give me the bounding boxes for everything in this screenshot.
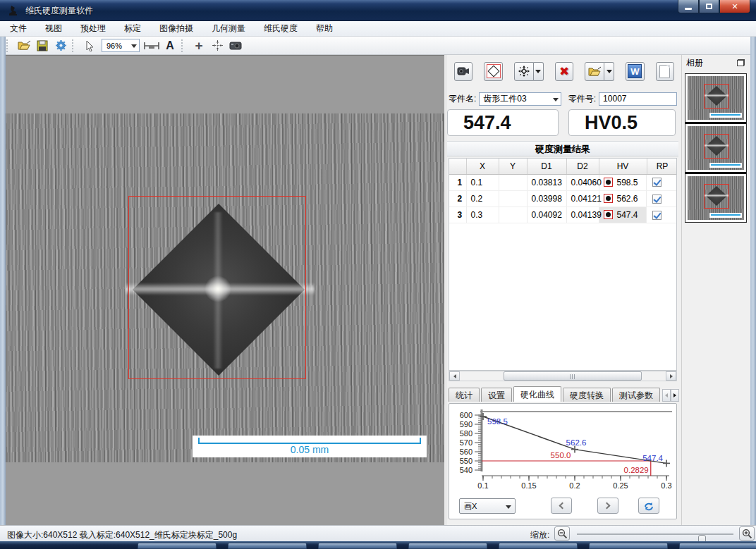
taskbar-button-6[interactable] <box>679 543 756 549</box>
tab-1[interactable]: 设置 <box>481 388 512 402</box>
menu-item-5[interactable]: 几何测量 <box>212 23 245 35</box>
table-cell[interactable] <box>499 191 527 207</box>
refresh-chart-button[interactable] <box>638 498 659 514</box>
scrollbar-track[interactable] <box>460 371 666 381</box>
maximize-button[interactable] <box>699 0 719 13</box>
rp-checkbox[interactable] <box>652 211 662 220</box>
delete-button[interactable]: ✖ <box>555 62 573 81</box>
measure-tool-button[interactable] <box>144 38 159 54</box>
open-file-button[interactable] <box>16 38 32 54</box>
table-cell[interactable]: 0.3 <box>466 207 499 223</box>
hv-cell[interactable]: 562.6 <box>599 191 647 207</box>
tab-3[interactable]: 硬度转换 <box>563 388 611 402</box>
menu-item-7[interactable]: 帮助 <box>316 23 333 35</box>
rp-cell[interactable] <box>647 174 677 191</box>
column-header[interactable]: Y <box>499 159 527 174</box>
table-cell[interactable]: 0.04121 <box>566 191 599 207</box>
taskbar-button-1[interactable] <box>228 543 307 549</box>
column-header[interactable]: RP <box>647 159 677 174</box>
table-cell[interactable]: 1 <box>449 174 466 191</box>
zoom-in-button[interactable] <box>739 526 755 541</box>
table-cell[interactable]: 2 <box>449 191 466 207</box>
table-cell[interactable]: 0.04092 <box>527 207 566 223</box>
image-canvas[interactable]: 0.05 mm <box>6 55 444 525</box>
crosshair-tool-button[interactable]: + <box>191 38 207 54</box>
next-point-button[interactable] <box>597 498 618 514</box>
tab-0[interactable]: 统计 <box>449 388 480 402</box>
taskbar-button-5[interactable] <box>589 543 668 549</box>
menu-item-1[interactable]: 视图 <box>45 23 62 35</box>
capture-button[interactable] <box>228 38 243 54</box>
titlebar[interactable]: 维氏硬度测量软件 ✕ <box>0 0 756 21</box>
scrollbar-thumb[interactable] <box>504 371 642 381</box>
tab-2[interactable]: 硬化曲线 <box>513 386 561 402</box>
album-thumbnail-0[interactable] <box>685 74 746 122</box>
table-cell[interactable]: 3 <box>449 207 466 223</box>
column-header[interactable]: X <box>466 159 499 174</box>
table-cell[interactable] <box>499 174 527 191</box>
hv-cell[interactable]: 598.5 <box>599 175 647 191</box>
center-tool-button[interactable] <box>209 38 225 54</box>
prev-point-button[interactable] <box>551 498 572 514</box>
album-thumbnail-1[interactable] <box>685 124 746 172</box>
table-cell[interactable]: 0.04139 <box>566 207 599 223</box>
detection-box[interactable] <box>128 196 306 379</box>
tab-scroll-left-button[interactable] <box>662 389 671 402</box>
zoom-out-button[interactable] <box>554 526 570 541</box>
part-name-select[interactable]: 齿形工件03 <box>479 92 561 106</box>
rp-checkbox[interactable] <box>652 195 662 204</box>
windows-taskbar[interactable] <box>0 541 756 549</box>
close-button[interactable]: ✕ <box>719 0 750 13</box>
minimize-button[interactable] <box>678 0 699 13</box>
table-horizontal-scrollbar[interactable] <box>449 371 677 381</box>
zoom-level-select[interactable]: 96% <box>102 39 140 52</box>
detect-indentation-button[interactable] <box>484 62 502 81</box>
hv-cell[interactable]: 547.4 <box>599 207 647 223</box>
rp-cell[interactable] <box>647 191 677 207</box>
live-video-button[interactable] <box>454 62 472 81</box>
album-thumbnail-2[interactable] <box>685 174 746 222</box>
column-header[interactable]: D2 <box>566 159 599 174</box>
save-button[interactable] <box>35 38 50 54</box>
table-cell[interactable]: 0.03813 <box>527 174 566 191</box>
export-word-button[interactable]: W <box>626 62 644 81</box>
menu-item-6[interactable]: 维氏硬度 <box>264 23 298 35</box>
rp-checkbox[interactable] <box>652 178 662 187</box>
microscope-image[interactable]: 0.05 mm <box>6 113 444 462</box>
results-table[interactable]: XYD1D2HVRP 10.10.038130.04060598.520.20.… <box>449 158 677 371</box>
taskbar-button-2[interactable] <box>318 543 397 549</box>
move-tool-dropdown[interactable] <box>534 62 544 81</box>
taskbar-button-4[interactable] <box>499 543 578 549</box>
scroll-left-button[interactable] <box>449 371 460 381</box>
new-report-button[interactable] <box>656 62 674 81</box>
tab-4[interactable]: 测试参数 <box>612 388 660 402</box>
settings-button[interactable] <box>53 38 68 54</box>
column-header[interactable]: HV <box>599 159 647 174</box>
column-header[interactable] <box>449 159 466 174</box>
menu-item-3[interactable]: 标定 <box>124 23 141 35</box>
table-cell[interactable]: 0.03998 <box>527 191 566 207</box>
tab-scroll-right-button[interactable] <box>671 389 679 402</box>
move-tool-button[interactable] <box>514 62 534 81</box>
column-header[interactable]: D1 <box>527 159 566 174</box>
menu-item-0[interactable]: 文件 <box>10 23 27 35</box>
float-panel-icon[interactable] <box>737 59 745 66</box>
table-cell[interactable]: 0.2 <box>466 191 499 207</box>
rp-cell[interactable] <box>647 207 677 223</box>
table-row[interactable]: 10.10.038130.04060598.5 <box>449 174 677 191</box>
table-cell[interactable] <box>499 207 527 223</box>
axis-select[interactable]: 画X <box>459 498 516 514</box>
taskbar-button-0[interactable] <box>138 543 217 549</box>
table-row[interactable]: 20.20.039980.04121562.6 <box>449 191 677 207</box>
text-tool-button[interactable]: A <box>162 38 178 54</box>
table-cell[interactable]: 0.04060 <box>566 174 599 191</box>
zoom-slider-track[interactable] <box>577 533 733 535</box>
menu-item-2[interactable]: 预处理 <box>80 23 106 35</box>
part-no-input[interactable]: 10007 <box>599 92 677 106</box>
open-image-dropdown[interactable] <box>604 62 614 81</box>
cursor-tool-button[interactable] <box>82 38 97 54</box>
scroll-right-button[interactable] <box>666 371 676 381</box>
table-row[interactable]: 30.30.040920.04139547.4 <box>449 207 677 223</box>
taskbar-button-3[interactable] <box>408 543 487 549</box>
menu-item-4[interactable]: 图像拍摄 <box>159 23 193 35</box>
